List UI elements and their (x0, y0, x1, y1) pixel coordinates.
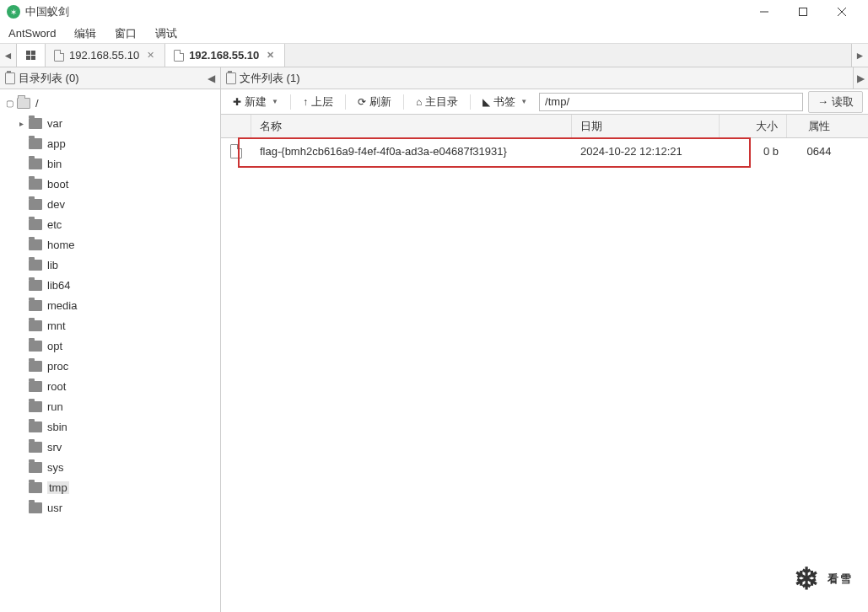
tree-item-label: etc (47, 218, 62, 231)
tree-item-boot[interactable]: boot (0, 174, 220, 194)
tree-item-proc[interactable]: proc (0, 356, 220, 376)
tree-item-sbin[interactable]: sbin (0, 416, 220, 437)
tree-item-usr[interactable]: usr (0, 497, 220, 518)
maximize-button[interactable] (784, 0, 822, 24)
tree-item-sys[interactable]: sys (0, 457, 220, 477)
bookmark-icon: ◣ (483, 96, 490, 108)
menu-edit[interactable]: 编辑 (71, 24, 100, 43)
tab-1[interactable]: 192.168.55.10 ✕ (46, 44, 165, 67)
folder-icon (29, 401, 42, 412)
refresh-icon: ⟳ (358, 96, 366, 108)
refresh-button[interactable]: ⟳ 刷新 (351, 92, 398, 112)
menu-window[interactable]: 窗口 (111, 24, 140, 43)
tree-item-label: sys (47, 461, 64, 474)
tab-1-close[interactable]: ✕ (144, 50, 156, 62)
table-row[interactable]: flag-{bmh2cb616a9-f4ef-4f0a-ad3a-e04687f… (221, 138, 868, 164)
tree-item-srv[interactable]: srv (0, 437, 220, 457)
minimize-button[interactable] (745, 0, 784, 24)
tab-2-label: 192.168.55.10 (189, 49, 259, 62)
tree-item-home[interactable]: home (0, 234, 220, 255)
folder-icon (29, 260, 42, 271)
folder-icon (29, 118, 42, 129)
read-button[interactable]: → 读取 (808, 91, 863, 113)
tab-2[interactable]: 192.168.55.10 ✕ (165, 44, 285, 67)
table-header: 名称 日期 大小 属性 (221, 115, 868, 138)
tree-item-lib64[interactable]: lib64 (0, 275, 220, 295)
tree-item-label: mnt (47, 319, 66, 332)
folder-icon (29, 219, 42, 230)
folder-icon (29, 179, 42, 190)
file-name: flag-{bmh2cb616a9-f4ef-4f0a-ad3a-e04687f… (251, 145, 572, 158)
expand-icon[interactable]: ▢ (3, 99, 15, 108)
tree-item-label: lib64 (47, 279, 70, 292)
tree-item-etc[interactable]: etc (0, 214, 220, 234)
tree-item-media[interactable]: media (0, 295, 220, 315)
tab-2-close[interactable]: ✕ (264, 50, 276, 62)
menu-antsword[interactable]: AntSword (5, 25, 59, 41)
new-button[interactable]: ✚ 新建 ▼ (226, 92, 285, 112)
home-tab[interactable] (17, 44, 46, 67)
folder-icon (29, 158, 42, 169)
tab-scroll-left[interactable]: ◄ (0, 44, 17, 67)
tree-item-var[interactable]: ▸var (0, 113, 220, 133)
tree-item-run[interactable]: run (0, 396, 220, 416)
folder-icon (29, 482, 42, 493)
tree-item-label: sbin (47, 421, 67, 433)
folder-icon (29, 442, 42, 453)
folder-icon (226, 72, 236, 84)
folder-icon (29, 280, 42, 291)
tree-item-mnt[interactable]: mnt (0, 315, 220, 336)
menu-debug[interactable]: 调试 (152, 24, 181, 43)
tree-item-dev[interactable]: dev (0, 194, 220, 214)
right-pane-header: 文件列表 (1) (221, 67, 868, 89)
tree-root[interactable]: ▢ / (0, 93, 220, 113)
folder-icon (5, 72, 15, 84)
folder-icon (29, 421, 42, 432)
new-icon: ✚ (233, 96, 241, 108)
tree-item-label: root (47, 380, 66, 393)
grid-icon (26, 51, 35, 60)
tree-root-label: / (35, 97, 39, 110)
tree-item-app[interactable]: app (0, 133, 220, 153)
folder-icon (29, 239, 42, 250)
tree-item-label: boot (47, 178, 68, 191)
tree-item-tmp[interactable]: tmp (0, 477, 220, 497)
tree-item-label: tmp (47, 481, 69, 494)
tree-item-root[interactable]: root (0, 376, 220, 396)
expand-right-icon[interactable]: ▶ (853, 67, 868, 89)
tree-item-label: usr (47, 502, 62, 514)
tab-scroll-right[interactable]: ► (851, 44, 868, 67)
col-date[interactable]: 日期 (572, 115, 720, 137)
col-name[interactable]: 名称 (251, 115, 572, 137)
left-pane: 目录列表 (0) ◀ ▢ / ▸varappbinbootdevetchomel… (0, 67, 221, 612)
tree-item-bin[interactable]: bin (0, 153, 220, 174)
tree-item-label: var (47, 117, 62, 130)
tree-item-label: media (47, 299, 77, 312)
col-size[interactable]: 大小 (720, 115, 787, 137)
up-button[interactable]: ↑ 上层 (296, 92, 340, 112)
file-icon (230, 144, 242, 158)
col-icon[interactable] (221, 115, 251, 137)
chevron-down-icon: ▼ (520, 98, 527, 105)
tree-item-label: app (47, 137, 66, 150)
svg-rect-1 (800, 8, 807, 16)
file-toolbar: ✚ 新建 ▼ ↑ 上层 ⟳ 刷新 ⌂ 主目录 ◣ 书签 (221, 89, 868, 115)
tree-item-opt[interactable]: opt (0, 336, 220, 356)
col-attr[interactable]: 属性 (787, 115, 851, 137)
directory-tree[interactable]: ▢ / ▸varappbinbootdevetchomeliblib64medi… (0, 89, 220, 612)
folder-icon (17, 98, 30, 109)
tree-item-lib[interactable]: lib (0, 255, 220, 275)
watermark: ❄ 看雪 (794, 561, 853, 597)
collapse-left-icon[interactable]: ◀ (208, 72, 215, 84)
tab-strip: ◄ 192.168.55.10 ✕ 192.168.55.10 ✕ ► (0, 44, 868, 67)
path-input[interactable] (539, 93, 803, 111)
tree-item-label: run (47, 400, 63, 413)
arrow-right-icon: → (817, 95, 828, 108)
close-button[interactable] (822, 0, 861, 24)
bookmark-button[interactable]: ◣ 书签 ▼ (476, 92, 534, 112)
home-button[interactable]: ⌂ 主目录 (409, 92, 465, 112)
folder-icon (29, 502, 42, 513)
left-pane-header: 目录列表 (0) ◀ (0, 67, 220, 89)
right-pane: 文件列表 (1) ▶ ✚ 新建 ▼ ↑ 上层 ⟳ 刷新 ⌂ 主目录 (221, 67, 868, 612)
expand-icon[interactable]: ▸ (15, 119, 27, 128)
